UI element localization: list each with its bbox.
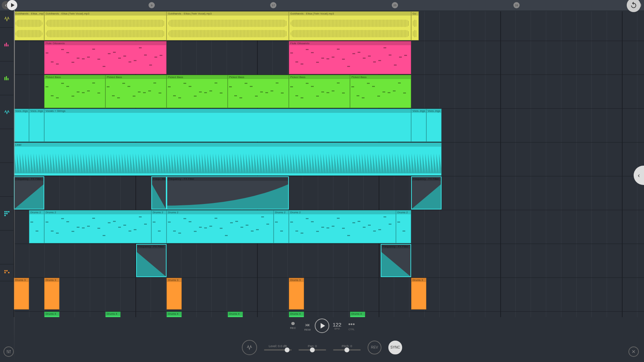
clip[interactable]: Vocs..ings [426,109,442,142]
transport-play-button[interactable] [315,319,329,333]
clip[interactable]: Goldhands - Elisa...mp3 [14,11,44,40]
track-row[interactable]: Lead [14,143,644,176]
svg-rect-6 [4,211,6,212]
level-slider[interactable]: Level: 0.0 dB [264,344,292,351]
clip[interactable]: Drums 3 [411,278,426,310]
track-header-filter2[interactable] [0,231,14,264]
clip[interactable]: Drums 4 [105,312,121,317]
clip-label: Drums 2 [274,211,288,214]
track-header-filter1[interactable] [0,163,14,197]
clip[interactable]: Picked Bass [350,75,411,108]
rewind-button[interactable]: ⏮REW [304,322,311,330]
track-header-lead[interactable] [0,129,14,163]
clip[interactable]: Drums 2 [274,210,289,243]
rec-label: REC [290,326,296,330]
clip[interactable]: Drums 3 [167,278,182,310]
clip[interactable]: Flute Glissando [44,41,167,74]
svg-rect-1 [6,42,7,46]
sync-button[interactable]: SYNC [388,341,402,354]
timeline-marker[interactable]: 17 [270,2,276,8]
clip-label: Drums 3 [289,278,304,282]
more-button[interactable]: •••CTRL [348,321,355,331]
clip-label: Vocs..ings [29,109,44,113]
track-row[interactable]: Frequency - FX FilterFrequency - FX Filt… [14,244,644,278]
track-row[interactable]: Drums 2Drums 2Drums 2Drums 2Drums 2Drums… [14,210,644,244]
clip[interactable]: Vocs..ings [29,109,44,142]
clip[interactable]: Go [411,11,419,40]
clip[interactable]: Drums 4 [350,312,365,317]
clip-label: Drums 2 [396,211,411,214]
svg-rect-15 [8,272,10,273]
timeline-marker[interactable]: 33 [513,2,520,8]
clip[interactable]: Drums 2 [289,210,396,243]
clip[interactable]: Drums 4 [289,312,304,317]
pan-slider[interactable]: Pan: 0 [299,344,326,351]
clip[interactable]: Vocs..ings [411,109,426,142]
track-header-panel [0,10,14,317]
clip[interactable]: Drums 4 [44,312,59,317]
clip[interactable]: Drums 2 [44,210,151,243]
top-toolbar: 9 17 25 33 41 [0,0,644,10]
timeline-ruler[interactable]: 9 17 25 33 41 [14,0,644,10]
clip[interactable]: Vocs..ings [14,109,29,142]
clip[interactable]: Picked Bass [44,75,105,108]
track-row[interactable]: Vocs..ingsVocs..ingsVocals + StringsVocs… [14,109,644,143]
clip[interactable]: Frequency - FX Filter [14,176,44,209]
track-header-bass[interactable] [0,61,14,95]
level-label: Level: 0.0 dB [269,344,287,348]
clip[interactable]: Frequency - FX Filter [381,244,411,277]
clip[interactable]: Frequency - FX Filter [167,176,289,209]
clip[interactable]: Drums 2 [151,210,167,243]
pitch-slider[interactable]: Pitch: 0 [333,344,361,351]
clip[interactable]: Drums 3 [289,278,304,310]
track-row[interactable]: Drums 3Drums 3Drums 3Drums 3Drums 3 [14,278,644,312]
reverse-button[interactable]: REV [368,341,381,354]
clip[interactable]: Frequency - FX Filter [411,176,442,209]
bpm-label: BPM [334,327,340,330]
track-header-audio[interactable] [0,10,14,28]
playlist-tracks[interactable]: Goldhands - Elisa...mp3Goldhands - Elisa… [14,11,644,317]
clip[interactable]: Picked Bass [228,75,289,108]
clip[interactable]: Drums 2 [29,210,44,243]
clip-label: Drums 2 [29,211,44,214]
clip[interactable]: Drums 4 [228,312,243,317]
mixer-button[interactable] [3,346,14,357]
clip[interactable]: Drums 2 [396,210,411,243]
track-row[interactable]: Drums 4Drums 4Drums 4Drums 4Drums 4Drums… [14,312,644,317]
clip[interactable]: Drums 3 [14,278,29,310]
track-header-vocals[interactable] [0,95,14,129]
clip[interactable]: Lead [14,143,442,176]
track-row[interactable]: Flute GlissandoFlute Glissando [14,41,644,75]
clip[interactable]: Drums 4 [167,312,182,317]
clip-label: Vocs..ings [427,109,441,113]
clip[interactable]: Picked Bass [105,75,167,108]
clip-label: Drums 4 [350,312,365,316]
record-button[interactable]: REC [289,322,297,330]
clip[interactable]: Vocals + Strings [44,109,411,142]
close-button[interactable]: ✕ [628,346,639,357]
clip[interactable]: Drums 2 [167,210,274,243]
clip[interactable]: Drums 3 [44,278,59,310]
clip[interactable]: Goldhands - Elisa (Twin Vocal).mp3 [44,11,167,40]
track-row[interactable]: Picked BassPicked BassPicked BassPicked … [14,75,644,109]
clip[interactable]: Frequ..ilter [151,176,167,209]
track-header-flute[interactable] [0,28,14,61]
clip-label: Drums 4 [228,312,243,316]
bpm-display[interactable]: 122BPM [333,322,341,330]
clip[interactable]: Picked Bass [289,75,350,108]
track-header-drums2[interactable] [0,197,14,231]
timeline-marker[interactable]: 25 [392,2,398,8]
clip-label: Frequency - FX Filter [381,245,410,248]
clip-label: Picked Bass [350,75,411,79]
waveform-button[interactable] [242,340,257,355]
clip[interactable]: Picked Bass [167,75,228,108]
track-header-drums3[interactable] [0,264,14,281]
timeline-marker[interactable]: 9 [149,2,155,8]
svg-rect-4 [6,76,7,80]
clip[interactable]: Goldhands - Elisa (Twin Vocal).mp3 [289,11,411,40]
track-row[interactable]: Goldhands - Elisa...mp3Goldhands - Elisa… [14,11,644,41]
clip[interactable]: Flute Glissando [289,41,411,74]
clip[interactable]: Goldhands - Elisa (Twin Vocal).mp3 [167,11,289,40]
track-row[interactable]: Frequency - FX FilterFrequ..ilterFrequen… [14,176,644,210]
clip[interactable]: Frequency - FX Filter [136,244,167,277]
